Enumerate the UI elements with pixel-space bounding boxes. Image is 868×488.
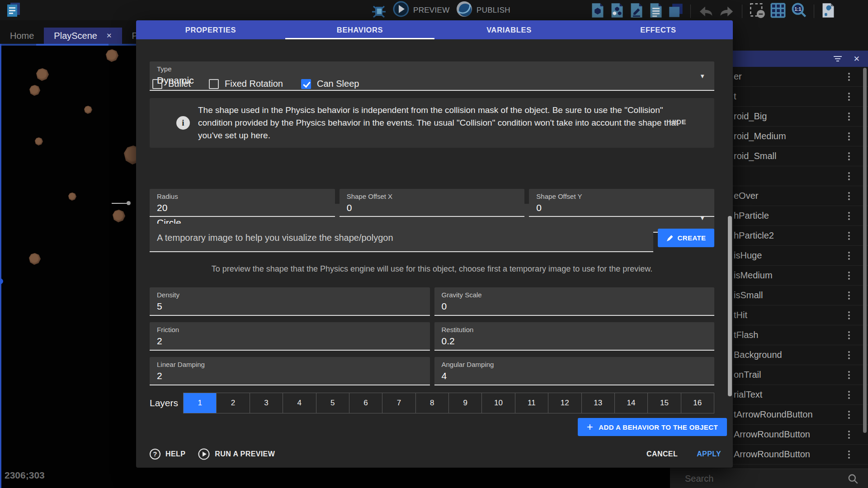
kebab-menu-icon[interactable] [846, 270, 852, 282]
apply-button[interactable]: APPLY [691, 446, 726, 462]
kebab-menu-icon[interactable] [846, 349, 852, 361]
layer-button-14[interactable]: 14 [615, 393, 648, 413]
instances-list-icon[interactable] [649, 3, 663, 20]
filter-icon[interactable] [834, 56, 842, 61]
linear-damping-field[interactable]: Linear Damping 2 [150, 357, 430, 385]
layer-button-3[interactable]: 3 [250, 393, 283, 413]
density-field[interactable]: Density 5 [150, 287, 430, 316]
layer-button-15[interactable]: 15 [648, 393, 681, 413]
kebab-menu-icon[interactable] [846, 449, 852, 460]
layers-panel-icon[interactable] [668, 3, 684, 20]
can-sleep-checkbox[interactable]: Can Sleep [301, 79, 359, 89]
checkbox-icon[interactable] [209, 79, 219, 89]
kebab-menu-icon[interactable] [846, 369, 852, 381]
kebab-menu-icon[interactable] [846, 190, 852, 202]
radius-value: 20 [157, 202, 167, 213]
properties-edit-icon[interactable] [629, 3, 644, 20]
object-groups-icon[interactable] [610, 3, 624, 20]
asteroid-sprite[interactable] [113, 210, 125, 222]
layer-button-8[interactable]: 8 [416, 393, 449, 413]
checkbox-icon[interactable] [301, 79, 311, 89]
tab-home[interactable]: Home [0, 28, 44, 44]
kebab-menu-icon[interactable] [846, 170, 852, 182]
create-label: CREATE [678, 234, 706, 242]
zoom-1-1-icon[interactable]: 1:1 [791, 2, 807, 20]
asteroid-sprite[interactable] [106, 49, 118, 62]
friction-field[interactable]: Friction 2 [150, 322, 430, 351]
asteroid-sprite[interactable] [84, 106, 92, 114]
add-behavior-button[interactable]: + ADD A BEHAVIOR TO THE OBJECT [578, 418, 727, 436]
density-label: Density [157, 291, 179, 299]
layer-button-13[interactable]: 13 [582, 393, 615, 413]
tab-effects[interactable]: EFFECTS [584, 20, 733, 39]
tab-variables[interactable]: VARIABLES [434, 20, 584, 39]
kebab-menu-icon[interactable] [846, 150, 852, 162]
selection-marker [0, 278, 3, 284]
kebab-menu-icon[interactable] [846, 250, 852, 262]
kebab-menu-icon[interactable] [846, 329, 852, 341]
kebab-menu-icon[interactable] [846, 290, 852, 301]
shape-offset-y-field[interactable]: Shape Offset Y 0 [529, 189, 714, 217]
kebab-menu-icon[interactable] [846, 409, 852, 421]
tab-behaviors[interactable]: BEHAVIORS [285, 20, 434, 39]
cancel-button[interactable]: CANCEL [641, 446, 683, 462]
angular-damping-field[interactable]: Angular Damping 4 [434, 357, 715, 385]
layer-button-10[interactable]: 10 [482, 393, 515, 413]
checkbox-icon[interactable] [152, 79, 162, 89]
close-panel-icon[interactable]: ✕ [854, 55, 860, 63]
kebab-menu-icon[interactable] [846, 131, 852, 142]
kebab-menu-icon[interactable] [846, 111, 852, 122]
friction-restitution-row: Friction 2 Restitution 0.2 [150, 322, 714, 351]
bullet-checkbox[interactable]: Bullet [152, 79, 191, 89]
kebab-menu-icon[interactable] [846, 429, 852, 441]
fixed-rotation-checkbox[interactable]: Fixed Rotation [209, 79, 283, 89]
preview-button[interactable]: PREVIEW [392, 0, 450, 20]
dialog-scrollbar[interactable] [728, 216, 732, 396]
setup-wrench-icon[interactable] [821, 3, 835, 20]
kebab-menu-icon[interactable] [846, 210, 852, 222]
kebab-menu-icon[interactable] [846, 389, 852, 401]
temp-image-input[interactable]: A temporary image to help you visualize … [150, 224, 653, 252]
objects-scrollbar[interactable] [863, 68, 867, 433]
layer-button-7[interactable]: 7 [382, 393, 415, 413]
clear-selection-icon[interactable] [749, 2, 765, 20]
grid-icon[interactable] [770, 3, 786, 20]
tab-playscene[interactable]: PlayScene ✕ [44, 28, 122, 44]
help-button[interactable]: ? HELP [150, 449, 185, 460]
asteroid-sprite[interactable] [68, 192, 76, 201]
asteroid-sprite[interactable] [29, 85, 40, 96]
offset-y-value: 0 [536, 202, 542, 213]
run-preview-button[interactable]: RUN A PREVIEW [198, 448, 275, 460]
layer-button-11[interactable]: 11 [515, 393, 548, 413]
hide-button[interactable]: HIDE [669, 118, 686, 126]
publish-button[interactable]: PUBLISH [456, 0, 510, 20]
undo-icon[interactable] [698, 3, 714, 20]
layer-button-2[interactable]: 2 [217, 393, 250, 413]
restitution-field[interactable]: Restitution 0.2 [434, 322, 715, 351]
tab-properties[interactable]: PROPERTIES [136, 20, 285, 39]
shape-offset-x-field[interactable]: Shape Offset X 0 [340, 189, 525, 217]
radius-field[interactable]: Radius 20 [150, 189, 335, 217]
gravity-scale-field[interactable]: Gravity Scale 0 [434, 287, 715, 316]
layer-button-5[interactable]: 5 [316, 393, 349, 413]
kebab-menu-icon[interactable] [846, 71, 852, 83]
asteroid-sprite[interactable] [36, 68, 49, 81]
kebab-menu-icon[interactable] [846, 310, 852, 321]
layer-button-4[interactable]: 4 [283, 393, 316, 413]
asteroid-sprite[interactable] [35, 137, 43, 145]
kebab-menu-icon[interactable] [846, 230, 852, 242]
debug-icon[interactable] [370, 3, 388, 21]
asteroid-sprite[interactable] [29, 253, 41, 265]
redo-icon[interactable] [719, 3, 735, 20]
layer-button-1[interactable]: 1 [184, 393, 217, 413]
create-button[interactable]: CREATE [658, 229, 714, 247]
project-manager-icon[interactable] [5, 2, 22, 20]
layer-button-12[interactable]: 12 [548, 393, 581, 413]
layer-button-6[interactable]: 6 [349, 393, 382, 413]
tab-close-icon[interactable]: ✕ [106, 32, 112, 40]
layer-button-16[interactable]: 16 [681, 393, 714, 413]
kebab-menu-icon[interactable] [846, 91, 852, 103]
object-search[interactable]: Search [670, 469, 868, 488]
objects-panel-icon[interactable] [590, 3, 605, 20]
layer-button-9[interactable]: 9 [449, 393, 482, 413]
